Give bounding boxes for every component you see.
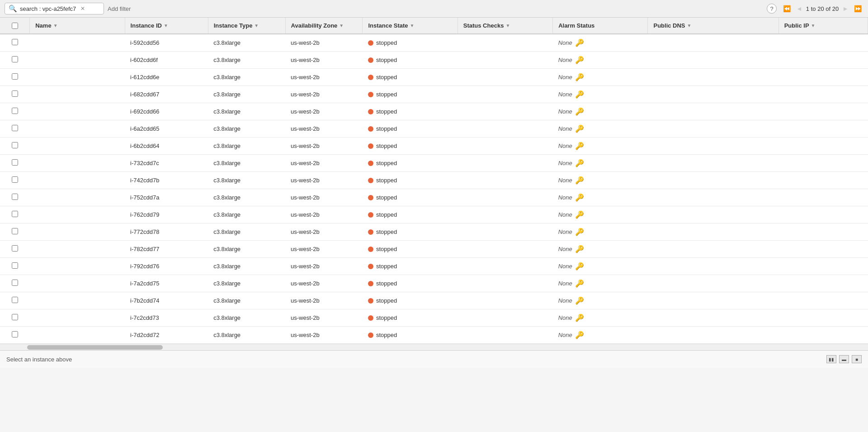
stopped-state-indicator (368, 109, 373, 114)
stopped-state-indicator (368, 75, 373, 80)
row-checkbox[interactable] (12, 262, 18, 269)
table-row[interactable]: i-592cdd56c3.8xlargeus-west-2bstoppedNon… (0, 34, 868, 52)
table-row[interactable]: i-792cdd76c3.8xlargeus-west-2bstoppedNon… (0, 258, 868, 275)
row-checkbox[interactable] (12, 125, 18, 131)
row-name (30, 138, 125, 155)
row-instance-type: c3.8xlarge (208, 241, 285, 258)
table-row[interactable]: i-782cdd77c3.8xlargeus-west-2bstoppedNon… (0, 241, 868, 258)
alarm-none-label: None (558, 263, 572, 270)
table-row[interactable]: i-6b2cdd64c3.8xlargeus-west-2bstoppedNon… (0, 138, 868, 155)
row-checkbox[interactable] (12, 176, 18, 183)
th-checkbox[interactable] (0, 18, 30, 34)
horizontal-scrollbar[interactable] (0, 344, 868, 350)
row-instance-state: stopped (363, 52, 458, 69)
row-instance-type: c3.8xlarge (208, 103, 285, 120)
alarm-none-label: None (558, 142, 572, 149)
view-icon-1[interactable]: ▮▮ (826, 355, 836, 363)
row-public-dns (648, 206, 778, 223)
add-filter-label[interactable]: Add filter (108, 5, 131, 12)
select-all-checkbox[interactable] (12, 23, 18, 29)
stopped-state-indicator (368, 178, 373, 183)
row-checkbox[interactable] (12, 56, 18, 62)
scrollbar-thumb[interactable] (27, 345, 163, 350)
name-sort-icon: ▼ (53, 23, 58, 28)
row-checkbox[interactable] (12, 108, 18, 114)
last-page-button[interactable]: ⏩ (852, 4, 863, 13)
row-checkbox[interactable] (12, 297, 18, 303)
th-instance-id[interactable]: Instance ID ▼ (125, 18, 208, 34)
alarm-none-label: None (558, 39, 572, 46)
row-checkbox[interactable] (12, 73, 18, 80)
row-status-checks (458, 155, 552, 172)
view-icon-2[interactable]: ▬ (839, 355, 849, 363)
state-label: stopped (376, 280, 397, 287)
row-availability-zone: us-west-2b (285, 52, 363, 69)
row-status-checks (458, 206, 552, 223)
public-dns-sort-icon: ▼ (687, 23, 692, 28)
state-label: stopped (376, 211, 397, 218)
alarm-none-label: None (558, 57, 572, 63)
th-public-ip[interactable]: Public IP ▼ (778, 18, 868, 34)
alarm-none-label: None (558, 332, 572, 338)
table-row[interactable]: i-7d2cdd72c3.8xlargeus-west-2bstoppedNon… (0, 327, 868, 344)
table-row[interactable]: i-692cdd66c3.8xlargeus-west-2bstoppedNon… (0, 103, 868, 120)
th-instance-state[interactable]: Instance State ▼ (363, 18, 458, 34)
alarm-bell-icon: 🔑 (575, 73, 584, 81)
row-status-checks (458, 34, 552, 52)
row-checkbox[interactable] (12, 194, 18, 200)
row-checkbox[interactable] (12, 228, 18, 234)
table-row[interactable]: i-742cdd7bc3.8xlargeus-west-2bstoppedNon… (0, 172, 868, 189)
th-public-dns[interactable]: Public DNS ▼ (648, 18, 778, 34)
table-row[interactable]: i-612cdd6ec3.8xlargeus-west-2bstoppedNon… (0, 69, 868, 86)
row-checkbox[interactable] (12, 159, 18, 166)
table-row[interactable]: i-6a2cdd65c3.8xlargeus-west-2bstoppedNon… (0, 120, 868, 138)
row-checkbox[interactable] (12, 211, 18, 217)
first-page-button[interactable]: ⏪ (781, 4, 793, 13)
th-status-checks[interactable]: Status Checks ▼ (458, 18, 552, 34)
row-public-ip (778, 241, 868, 258)
table-row[interactable]: i-762cdd79c3.8xlargeus-west-2bstoppedNon… (0, 206, 868, 223)
th-name[interactable]: Name ▼ (30, 18, 125, 34)
next-page-button[interactable]: ► (840, 4, 850, 13)
prev-page-button[interactable]: ◄ (794, 4, 804, 13)
row-alarm-status: None🔑 (553, 292, 648, 309)
row-public-dns (648, 189, 778, 206)
table-row[interactable]: i-772cdd78c3.8xlargeus-west-2bstoppedNon… (0, 223, 868, 241)
th-alarm-status[interactable]: Alarm Status (553, 18, 648, 34)
alarm-bell-icon: 🔑 (575, 56, 584, 64)
row-checkbox-cell (0, 206, 30, 223)
row-instance-type: c3.8xlarge (208, 69, 285, 86)
row-availability-zone: us-west-2b (285, 155, 363, 172)
search-box[interactable]: 🔍 search : vpc-a25fefc7 ✕ (5, 3, 104, 14)
table-row[interactable]: i-7b2cdd74c3.8xlargeus-west-2bstoppedNon… (0, 292, 868, 309)
row-alarm-status: None🔑 (553, 172, 648, 189)
row-checkbox[interactable] (12, 39, 18, 45)
row-checkbox-cell (0, 241, 30, 258)
row-checkbox[interactable] (12, 314, 18, 320)
table-row[interactable]: i-732cdd7cc3.8xlargeus-west-2bstoppedNon… (0, 155, 868, 172)
row-checkbox[interactable] (12, 90, 18, 97)
row-checkbox[interactable] (12, 245, 18, 252)
row-instance-id: i-612cdd6e (125, 69, 208, 86)
table-header-row: Name ▼ Instance ID ▼ Instance Type ▼ (0, 18, 868, 34)
view-icon-3[interactable]: ■ (852, 355, 862, 363)
toolbar-right: ? ⏪ ◄ 1 to 20 of 20 ► ⏩ (767, 4, 863, 14)
row-status-checks (458, 172, 552, 189)
table-row[interactable]: i-752cdd7ac3.8xlargeus-west-2bstoppedNon… (0, 189, 868, 206)
row-checkbox[interactable] (12, 142, 18, 148)
row-instance-type: c3.8xlarge (208, 34, 285, 52)
row-checkbox[interactable] (12, 331, 18, 337)
table-row[interactable]: i-602cdd6fc3.8xlargeus-west-2bstoppedNon… (0, 52, 868, 69)
table-row[interactable]: i-7a2cdd75c3.8xlargeus-west-2bstoppedNon… (0, 275, 868, 292)
row-instance-type: c3.8xlarge (208, 292, 285, 309)
search-clear-icon[interactable]: ✕ (80, 5, 85, 12)
table-row[interactable]: i-7c2cdd73c3.8xlargeus-west-2bstoppedNon… (0, 309, 868, 327)
help-button[interactable]: ? (767, 4, 777, 14)
th-availability-zone[interactable]: Availability Zone ▼ (285, 18, 363, 34)
row-checkbox-cell (0, 52, 30, 69)
row-checkbox[interactable] (12, 280, 18, 286)
row-status-checks (458, 327, 552, 344)
stopped-state-indicator (368, 161, 373, 166)
th-instance-type[interactable]: Instance Type ▼ (208, 18, 285, 34)
table-row[interactable]: i-682cdd67c3.8xlargeus-west-2bstoppedNon… (0, 86, 868, 103)
